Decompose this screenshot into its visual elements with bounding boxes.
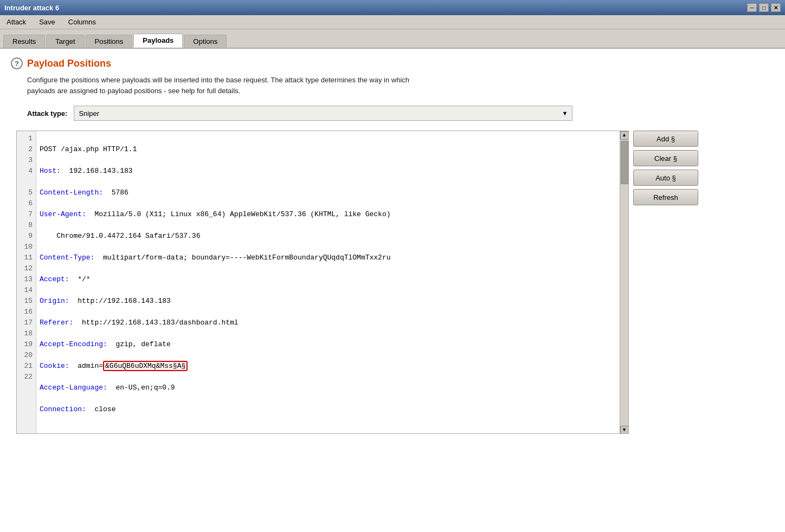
window-title: Intruder attack 6 [4,4,59,12]
code-content: POST /ajax.php HTTP/1.1 Host: 192.168.14… [36,131,620,434]
description: Configure the positions where payloads w… [27,75,774,96]
attack-type-value: Sniper [79,109,99,118]
content-area: ? Payload Positions Configure the positi… [0,49,785,532]
line-13 [40,426,616,434]
window-controls: ─ □ ✕ [747,3,781,12]
line-11: Accept-Language: en-US,en;q=0.9 [40,382,616,393]
menu-bar: Attack Save Columns [0,15,785,29]
cookie-highlight: &G6uQB6uDXMq&Mss§A§ [103,361,188,371]
tab-target[interactable]: Target [46,35,84,48]
sidebar-buttons: Add § Clear § Auto § Refresh [633,131,698,434]
tab-positions[interactable]: Positions [86,35,133,48]
clear-section-button[interactable]: Clear § [633,150,698,166]
line-8: Referer: http://192.168.143.183/dashboar… [40,317,616,328]
menu-save[interactable]: Save [36,17,59,27]
title-bar: Intruder attack 6 ─ □ ✕ [0,0,785,15]
line-12: Connection: close [40,404,616,415]
attack-type-row: Attack type: Sniper ▼ [27,106,774,121]
line-1: POST /ajax.php HTTP/1.1 [40,144,616,155]
add-section-button[interactable]: Add § [633,131,698,147]
line-9: Accept-Encoding: gzip, deflate [40,339,616,350]
maximize-button[interactable]: □ [759,3,769,12]
line-7: Origin: http://192.168.143.183 [40,296,616,307]
tab-payloads[interactable]: Payloads [133,34,183,48]
line-2: Host: 192.168.143.183 [40,166,616,177]
help-icon[interactable]: ? [11,57,23,69]
tab-results[interactable]: Results [3,35,45,48]
scroll-up-button[interactable]: ▲ [620,131,629,140]
attack-type-select[interactable]: Sniper ▼ [74,106,572,121]
menu-columns[interactable]: Columns [65,17,99,27]
line-4: User-Agent: Mozilla/5.0 (X11; Linux x86_… [40,209,616,220]
tab-bar: Results Target Positions Payloads Option… [0,29,785,49]
request-editor[interactable]: 1 2 3 4 5 6 7 8 9 10 11 12 13 14 15 16 [16,131,629,434]
menu-attack[interactable]: Attack [3,17,29,27]
description-line2: payloads are assigned to payload positio… [27,86,774,96]
line-6: Accept: */* [40,274,616,285]
section-header: ? Payload Positions [11,57,774,69]
scroll-thumb[interactable] [621,141,628,184]
editor-container: 1 2 3 4 5 6 7 8 9 10 11 12 13 14 15 16 [16,131,774,434]
line-5: Content-Type: multipart/form-data; bound… [40,252,616,263]
description-line1: Configure the positions where payloads w… [27,75,774,86]
close-button[interactable]: ✕ [771,3,781,12]
attack-type-label: Attack type: [27,109,67,118]
tab-options[interactable]: Options [184,35,227,48]
scrollbar[interactable]: ▲ ▼ [620,131,628,434]
scroll-down-button[interactable]: ▼ [620,426,629,434]
line-numbers: 1 2 3 4 5 6 7 8 9 10 11 12 13 14 15 16 [17,131,36,434]
dropdown-arrow-icon: ▼ [562,110,568,116]
minimize-button[interactable]: ─ [747,3,757,12]
section-title: Payload Positions [27,58,111,69]
line-4b: Chrome/91.0.4472.164 Safari/537.36 [40,231,616,242]
line-3: Content-Length: 5786 [40,187,616,198]
refresh-button[interactable]: Refresh [633,189,698,205]
line-10: Cookie: admin=&G6uQB6uDXMq&Mss§A§ [40,361,616,372]
auto-section-button[interactable]: Auto § [633,170,698,186]
